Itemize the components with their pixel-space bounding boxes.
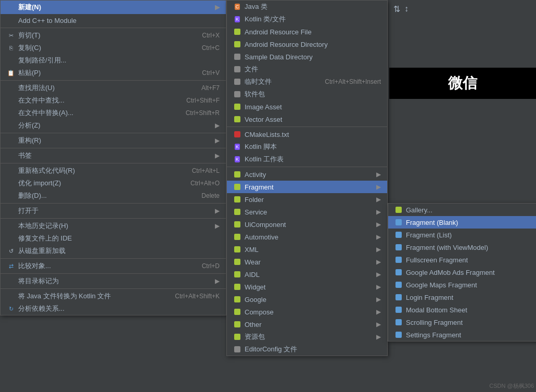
- menu-item-android-resource-dir[interactable]: Android Resource Directory: [227, 38, 387, 50]
- modal-bottom-sheet-label: Modal Bottom Sheet: [406, 306, 532, 314]
- menu-item-bookmark[interactable]: 书签 ▶: [1, 149, 226, 162]
- menu-item-java-to-kotlin[interactable]: 将 Java 文件转换为 Kotlin 文件 Ctrl+Alt+Shift+K: [1, 290, 226, 302]
- menu-item-login-fragment[interactable]: Login Fragment: [388, 291, 536, 304]
- menu-item-compose[interactable]: Compose ▶: [227, 306, 387, 318]
- menu-item-wear[interactable]: Wear ▶: [227, 256, 387, 268]
- menu-item-kotlin-script[interactable]: K Kotlin 脚本: [227, 141, 387, 153]
- android-resource-dir-label: Android Resource Directory: [245, 41, 381, 48]
- menu-item-xml[interactable]: XML ▶: [227, 243, 387, 256]
- menu-item-folder[interactable]: Folder ▶: [227, 193, 387, 206]
- google-icon: [233, 295, 241, 304]
- kotlin-script-icon: K: [233, 143, 241, 151]
- analyze-icon: [7, 121, 15, 130]
- menu-item-service[interactable]: Service ▶: [227, 206, 387, 218]
- menu-item-reformat[interactable]: 重新格式化代码(R) Ctrl+Alt+L: [1, 165, 226, 177]
- menu-item-package[interactable]: 软件包: [227, 88, 387, 100]
- menu-item-android-resource-file[interactable]: Android Resource File: [227, 26, 387, 38]
- menu-item-modal-bottom-sheet[interactable]: Modal Bottom Sheet: [388, 304, 536, 316]
- menu-item-copy[interactable]: ⎘ 复制(C) Ctrl+C: [1, 42, 226, 54]
- replace-in-file-label: 在文件中替换(A)...: [18, 108, 175, 118]
- menu-item-optimize-import[interactable]: 优化 import(Z) Ctrl+Alt+O: [1, 177, 226, 189]
- menu-item-resource-pack[interactable]: 资源包 ▶: [227, 331, 387, 343]
- cmake-icon: [233, 130, 241, 138]
- context-menu-middle: C Java 类 K Kotlin 类/文件 Android Resource …: [226, 0, 388, 356]
- menu-item-maps-fragment[interactable]: Google Maps Fragment: [388, 279, 536, 291]
- java-class-icon: C: [233, 3, 241, 11]
- menu-item-copy-path[interactable]: 复制路径/引用...: [1, 54, 226, 67]
- editor-config-label: EditorConfig 文件: [245, 345, 381, 354]
- menu-item-analyze[interactable]: 分析(Z) ▶: [1, 119, 226, 132]
- menu-item-reload[interactable]: ↺ 从磁盘重新加载: [1, 245, 226, 257]
- menu-item-find-in-file[interactable]: 在文件中查找... Ctrl+Shift+F: [1, 94, 226, 107]
- cmake-label: CMakeLists.txt: [245, 131, 381, 138]
- menu-item-compare[interactable]: ⇄ 比较对象... Ctrl+D: [1, 260, 226, 272]
- fragment-icon: [233, 183, 241, 191]
- analyze-label: 分析(Z): [18, 121, 114, 130]
- menu-item-cut[interactable]: ✂ 剪切(T) Ctrl+X: [1, 29, 226, 42]
- menu-item-analyze-dep[interactable]: ↻ 分析依赖关系...: [1, 302, 226, 315]
- menu-item-vector-asset[interactable]: Vector Asset: [227, 113, 387, 125]
- menu-item-fragment-blank[interactable]: Fragment (Blank): [388, 216, 536, 229]
- menu-item-replace-in-file[interactable]: 在文件中替换(A)... Ctrl+Shift+R: [1, 107, 226, 119]
- wechat-text: 微信: [448, 73, 477, 93]
- menu-item-local-history[interactable]: 本地历史记录(H) ▶: [1, 220, 226, 232]
- reload-icon: ↺: [7, 247, 15, 255]
- menu-item-new[interactable]: 新建(N) ▶: [1, 1, 226, 14]
- menu-item-image-asset[interactable]: Image Asset: [227, 100, 387, 113]
- fix-ide-icon: [7, 234, 15, 243]
- menu-item-automotive[interactable]: Automotive ▶: [227, 231, 387, 243]
- menu-item-fragment-list[interactable]: Fragment (List): [388, 229, 536, 241]
- menu-item-file[interactable]: 文件: [227, 63, 387, 75]
- menu-item-fix-ide[interactable]: 修复文件上的 IDE: [1, 232, 226, 245]
- sort-icon-2[interactable]: ↕: [404, 4, 409, 14]
- menu-item-cmake[interactable]: CMakeLists.txt: [227, 128, 387, 141]
- menu-item-activity[interactable]: Activity ▶: [227, 168, 387, 181]
- menu-item-open-in[interactable]: 打开于 ▶: [1, 205, 226, 217]
- context-menu-left: 新建(N) ▶ Add C++ to Module ✂ 剪切(T) Ctrl+X…: [0, 0, 226, 315]
- menu-item-java-class[interactable]: C Java 类: [227, 1, 387, 13]
- login-fragment-label: Login Fragment: [406, 294, 532, 301]
- other-label: Other: [245, 321, 309, 328]
- kotlin-worksheet-label: Kotlin 工作表: [245, 155, 381, 164]
- menu-item-kotlin-worksheet[interactable]: K Kotlin 工作表: [227, 153, 387, 166]
- menu-item-fullscreen-fragment[interactable]: Fullscreen Fragment: [388, 254, 536, 266]
- menu-item-fragment[interactable]: Fragment ▶: [227, 181, 387, 193]
- copy-shortcut: Ctrl+C: [202, 44, 220, 52]
- temp-file-shortcut: Ctrl+Alt+Shift+Insert: [325, 78, 381, 85]
- menu-item-mark-dir[interactable]: 将目录标记为 ▶: [1, 275, 226, 287]
- wechat-bar: 微信: [389, 68, 536, 99]
- kotlin-script-label: Kotlin 脚本: [245, 142, 381, 151]
- menu-item-widget[interactable]: Widget ▶: [227, 281, 387, 293]
- menu-item-uicomponent[interactable]: UiComponent ▶: [227, 218, 387, 231]
- menu-item-scrolling-fragment[interactable]: Scrolling Fragment: [388, 316, 536, 328]
- menu-item-temp-file[interactable]: 临时文件 Ctrl+Alt+Shift+Insert: [227, 75, 387, 88]
- menu-item-sample-data-dir[interactable]: Sample Data Directory: [227, 50, 387, 63]
- login-fragment-icon: [394, 293, 403, 301]
- menu-item-add-cpp[interactable]: Add C++ to Module: [1, 14, 226, 27]
- menu-item-delete[interactable]: 删除(D)... Delete: [1, 189, 226, 202]
- menu-item-google[interactable]: Google ▶: [227, 293, 387, 306]
- menu-item-paste[interactable]: 📋 粘贴(P) Ctrl+V: [1, 67, 226, 79]
- compose-label: Compose: [245, 308, 309, 316]
- menu-item-aidl[interactable]: AIDL ▶: [227, 268, 387, 281]
- menu-item-gallery[interactable]: Gallery...: [388, 204, 536, 216]
- menu-item-fragment-viewmodel[interactable]: Fragment (with ViewModel): [388, 241, 536, 254]
- menu-item-find-usage[interactable]: 查找用法(U) Alt+F7: [1, 82, 226, 94]
- android-resource-file-label: Android Resource File: [245, 28, 381, 36]
- analyze-dep-label: 分析依赖关系...: [18, 304, 220, 313]
- menu-item-admob-fragment[interactable]: Google AdMob Ads Fragment: [388, 266, 536, 279]
- menu-item-settings-fragment[interactable]: Settings Fragment: [388, 328, 536, 341]
- android-resource-dir-icon: [233, 40, 241, 48]
- reformat-label: 重新格式化代码(R): [18, 166, 182, 175]
- java-to-kotlin-shortcut: Ctrl+Alt+Shift+K: [175, 293, 220, 300]
- menu-item-editor-config[interactable]: EditorConfig 文件: [227, 343, 387, 356]
- automotive-arrow: ▶: [376, 233, 381, 241]
- menu-item-kotlin-class[interactable]: K Kotlin 类/文件: [227, 13, 387, 26]
- sample-data-dir-icon: [233, 53, 241, 61]
- separator-4: [1, 148, 226, 148]
- sort-icon-1[interactable]: ⇅: [393, 4, 400, 14]
- vector-asset-icon: [233, 115, 241, 123]
- menu-item-other[interactable]: Other ▶: [227, 318, 387, 331]
- menu-item-refactor[interactable]: 重构(R) ▶: [1, 134, 226, 147]
- mark-dir-arrow: ▶: [215, 277, 220, 285]
